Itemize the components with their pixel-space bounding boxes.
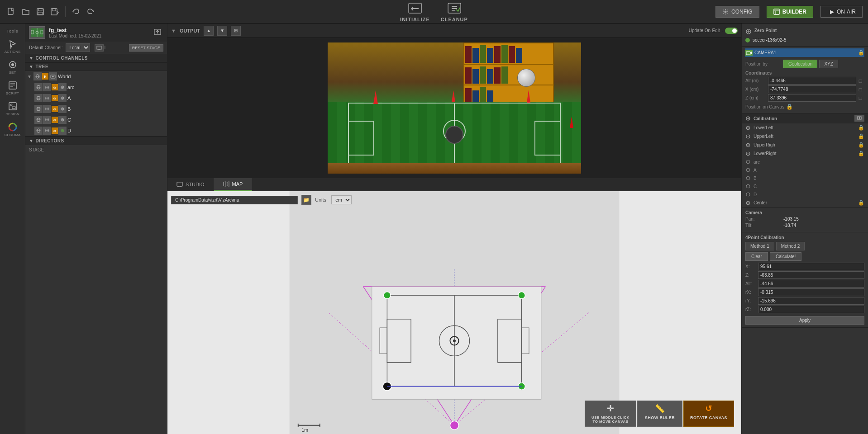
design-btn[interactable]: DESIGN [3, 99, 23, 118]
method1-btn[interactable]: Method 1 [745, 242, 774, 250]
z-lock[interactable]: □ [856, 95, 864, 101]
tab-map[interactable]: MAP [214, 178, 253, 191]
svg-point-153 [747, 202, 749, 204]
alt-input[interactable] [768, 77, 856, 85]
tree-item-c[interactable]: dr C [25, 114, 167, 125]
svg-point-140 [747, 127, 749, 129]
floor [328, 163, 581, 174]
x-input[interactable] [768, 85, 856, 93]
x-calib-input[interactable] [758, 263, 864, 270]
monitor-icon[interactable] [95, 44, 104, 52]
ry-row: rY: [745, 297, 864, 305]
map-path-input[interactable] [171, 196, 298, 204]
tab-studio[interactable]: STUDIO [167, 178, 214, 191]
save-icon[interactable] [34, 6, 46, 18]
tree-item-d[interactable]: dr D [25, 125, 167, 136]
calib-b[interactable]: B [742, 174, 868, 182]
onair-button[interactable]: ▶ ON-AIR [820, 6, 863, 18]
calib-lowerleft[interactable]: LowerLeft 🔒 [742, 123, 868, 132]
calib-arc[interactable]: arc [742, 158, 868, 166]
calib-upperleft[interactable]: UpperLeft 🔒 [742, 132, 868, 141]
asset-upload-icon[interactable] [152, 27, 163, 38]
a-label: A [67, 95, 71, 101]
tree-item-a[interactable]: dr A [25, 93, 167, 104]
upperrigh-lock[interactable]: 🔒 [858, 142, 864, 148]
map-folder-btn[interactable]: 📁 [301, 195, 311, 205]
tree-item-arc[interactable]: dr arc [25, 82, 167, 93]
soccer-ball [517, 69, 535, 87]
c-icons: dr [34, 116, 67, 124]
calib-c[interactable]: C [742, 182, 868, 190]
geolocation-btn[interactable]: Geolocation [783, 60, 817, 68]
b-icons: dr [34, 105, 67, 113]
output-label: OUTPUT [180, 28, 200, 33]
channel-select[interactable]: Local [66, 43, 90, 52]
svg-point-142 [747, 136, 749, 137]
calib-upperrigh[interactable]: UpperRigh 🔒 [742, 141, 868, 149]
output-btn-down[interactable]: ▼ [217, 26, 227, 36]
show-ruler-btn[interactable]: 📏 SHOW RULER [637, 401, 682, 427]
calib-a[interactable]: A [742, 166, 868, 174]
tree-item-world[interactable]: ▼ K World [25, 71, 167, 82]
calib-center[interactable]: Center 🔒 [742, 198, 868, 207]
control-channels-header[interactable]: ▼ CONTROL CHANNELS [25, 54, 167, 62]
alt-calib-input[interactable] [758, 280, 864, 288]
upperleft-lock[interactable]: 🔒 [858, 133, 864, 139]
method-btns: Method 1 Method 2 [745, 242, 864, 250]
new-icon[interactable] [5, 6, 17, 18]
units-select[interactable]: cm [331, 195, 352, 204]
asset-name: fg_test [49, 27, 148, 33]
calib-d[interactable]: D [742, 190, 868, 198]
reset-stage-btn[interactable]: RESET STAGE [129, 44, 163, 52]
apply-btn[interactable]: Apply [745, 316, 864, 325]
camera-dot [745, 38, 750, 42]
config-button[interactable]: CONFIG [715, 6, 759, 18]
map-toolbar: 📁 Units: cm [171, 195, 738, 205]
update-toggle[interactable] [725, 28, 738, 34]
redo-icon[interactable] [85, 6, 96, 18]
initialize-btn[interactable]: INITIALIZE [400, 1, 430, 22]
tree-item-b[interactable]: dr B [25, 104, 167, 114]
chroma-btn[interactable]: CHROMA [3, 119, 23, 139]
map-svg[interactable]: 1m [167, 191, 741, 434]
add-calib-btn[interactable] [854, 115, 864, 122]
x-lock[interactable]: □ [856, 87, 864, 92]
svg-point-23 [10, 104, 12, 106]
move-canvas-btn[interactable]: ✛ USE MIDDLE CLICKTO MOVE CANVAS [585, 401, 636, 427]
arc-icons: dr [34, 83, 67, 91]
method2-btn[interactable]: Method 2 [776, 242, 805, 250]
script-btn[interactable]: SCRIPT [3, 78, 23, 98]
rx-input[interactable] [758, 288, 864, 296]
open-icon[interactable] [20, 6, 32, 18]
clear-btn[interactable]: Clear [745, 252, 768, 261]
camera1-item[interactable]: CAMERA1 🔒 [745, 48, 864, 57]
svg-point-148 [746, 168, 750, 172]
map-area[interactable]: 📁 Units: cm [167, 191, 741, 434]
calculate-btn[interactable]: Calculate! [770, 252, 801, 261]
cleanup-btn[interactable]: CLEANUP [441, 1, 468, 22]
directors-header[interactable]: ▼ DIRECTORS [25, 137, 167, 145]
rz-input[interactable] [758, 306, 864, 313]
lowerleft-lock[interactable]: 🔒 [858, 125, 864, 131]
lowerright-lock[interactable]: 🔒 [858, 151, 864, 156]
svg-rect-13 [774, 9, 779, 14]
rotate-canvas-btn[interactable]: ↺ ROTATE CANVAS [683, 401, 734, 427]
z-input[interactable] [768, 94, 856, 102]
alt-lock[interactable]: □ [856, 78, 864, 84]
output-btn-up[interactable]: ▲ [204, 26, 214, 36]
tree-header[interactable]: ▼ TREE [25, 62, 167, 71]
actions-btn[interactable]: ACTIONS [3, 36, 23, 56]
action-btns: Clear Calculate! [745, 252, 864, 261]
set-btn[interactable]: SET [3, 57, 23, 77]
saveas-icon[interactable] [49, 6, 61, 18]
undo-icon[interactable] [70, 6, 82, 18]
center-lock[interactable]: 🔒 [858, 200, 864, 206]
calib-lowerright[interactable]: LowerRight 🔒 [742, 149, 868, 158]
zero-point-label: Zero Point [754, 28, 777, 33]
xyz-btn[interactable]: XYZ [819, 60, 838, 68]
output-btn-grid[interactable]: ⊞ [231, 26, 241, 36]
builder-button[interactable]: BUILDER [767, 6, 813, 18]
ry-input[interactable] [758, 297, 864, 305]
z-calib-input[interactable] [758, 271, 864, 279]
canvas-lock-icon[interactable]: 🔒 [786, 104, 792, 110]
